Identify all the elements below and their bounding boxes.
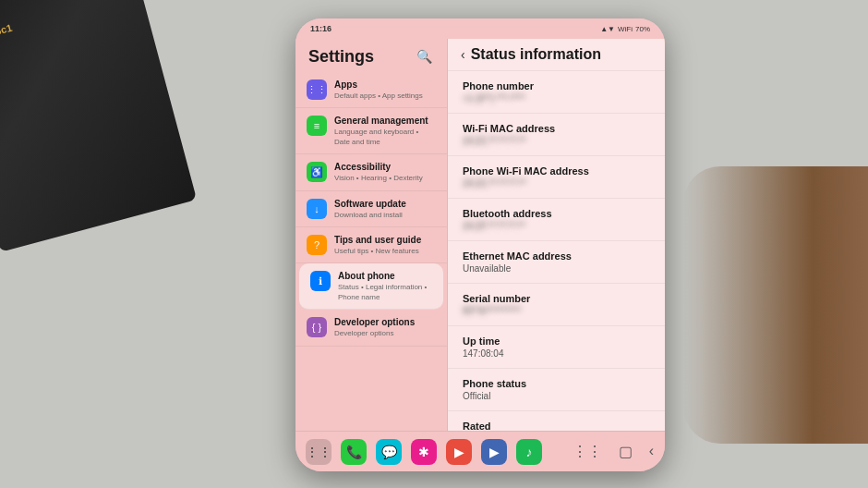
phone-dock: ⋮⋮📞💬✱▶▶♪ ⋮⋮ ▢ ‹ bbox=[295, 431, 665, 471]
info-item-value: 24:2F:**:**:**:** bbox=[463, 221, 650, 231]
nav-back-icon[interactable]: ‹ bbox=[649, 443, 654, 460]
info-item-rated: RatedDC 9 V; 2.77 A bbox=[448, 411, 665, 431]
settings-item-icon: ♿ bbox=[307, 162, 327, 182]
info-item-value: RF*N********** bbox=[463, 306, 650, 316]
settings-item-title: Tips and user guide bbox=[334, 234, 436, 246]
settings-list: ⋮⋮AppsDefault apps • App settings≡Genera… bbox=[295, 72, 447, 347]
dock-app-bixby[interactable]: ✱ bbox=[411, 439, 437, 465]
settings-item-title: Developer options bbox=[334, 316, 436, 328]
status-info-panel: ‹ Status information Phone number+1 (6**… bbox=[448, 39, 665, 431]
settings-item-icon: ℹ bbox=[310, 271, 331, 291]
dock-app-spotify[interactable]: ♪ bbox=[516, 439, 542, 465]
info-item-label: Rated bbox=[463, 421, 650, 431]
settings-item-subtitle: Download and install bbox=[334, 211, 436, 220]
settings-item-icon: ≡ bbox=[307, 116, 327, 136]
info-item-value: 24:2C:**:**:**:** bbox=[463, 136, 650, 146]
info-item-value: +1 (6**) ***-**** bbox=[463, 93, 650, 104]
nav-buttons: ⋮⋮ ▢ ‹ bbox=[573, 443, 657, 460]
info-item-phone-wi-fi-mac-address: Phone Wi-Fi MAC address24:2C:**:**:**:** bbox=[448, 156, 665, 199]
settings-item-developer-options[interactable]: { }Developer optionsDeveloper options bbox=[295, 310, 447, 346]
phone-device: 11:16 ▲▼ WiFi 70% Settings 🔍 ⋮⋮AppsDefau… bbox=[295, 18, 665, 471]
settings-title: Settings bbox=[308, 47, 374, 67]
nav-home-icon[interactable]: ▢ bbox=[619, 443, 633, 460]
status-bar: 11:16 ▲▼ WiFi 70% bbox=[295, 18, 665, 39]
info-item-value: Official bbox=[463, 391, 650, 401]
info-item-value: 24:2C:**:**:**:** bbox=[463, 178, 650, 189]
status-time: 11:16 bbox=[310, 24, 332, 33]
info-item-bluetooth-address: Bluetooth address24:2F:**:**:**:** bbox=[448, 199, 665, 241]
back-button[interactable]: ‹ bbox=[461, 47, 465, 62]
info-item-serial-number: Serial numberRF*N********** bbox=[448, 284, 665, 326]
settings-item-subtitle: Useful tips • New features bbox=[334, 247, 436, 256]
settings-item-tips-and-user-guide[interactable]: ?Tips and user guideUseful tips • New fe… bbox=[295, 227, 447, 263]
info-item-value: Unavailable bbox=[463, 263, 650, 274]
status-info-header: ‹ Status information bbox=[448, 39, 665, 71]
search-icon[interactable]: 🔍 bbox=[414, 46, 434, 67]
battery-icon: 70% bbox=[635, 25, 650, 33]
phone-content: Settings 🔍 ⋮⋮AppsDefault apps • App sett… bbox=[295, 39, 665, 431]
info-item-label: Up time bbox=[463, 336, 650, 347]
info-item-label: Phone status bbox=[463, 378, 650, 389]
info-item-value: 147:08:04 bbox=[463, 348, 650, 359]
signal-icon: ▲▼ bbox=[600, 25, 615, 33]
info-item-phone-status: Phone statusOfficial bbox=[448, 369, 665, 411]
settings-item-text: Tips and user guideUseful tips • New fea… bbox=[334, 234, 436, 256]
settings-item-title: Accessibility bbox=[334, 161, 436, 173]
settings-item-apps[interactable]: ⋮⋮AppsDefault apps • App settings bbox=[295, 72, 447, 108]
info-item-phone-number: Phone number+1 (6**) ***-**** bbox=[448, 71, 665, 114]
dock-app-youtube[interactable]: ▶ bbox=[446, 439, 472, 465]
wifi-icon: WiFi bbox=[618, 25, 633, 33]
info-item-label: Phone Wi-Fi MAC address bbox=[463, 165, 650, 177]
settings-item-text: About phoneStatus • Legal information • … bbox=[338, 270, 432, 302]
info-item-label: Phone number bbox=[463, 80, 650, 92]
settings-panel: Settings 🔍 ⋮⋮AppsDefault apps • App sett… bbox=[295, 39, 448, 431]
settings-item-title: General management bbox=[334, 115, 436, 127]
status-info-title: Status information bbox=[471, 46, 601, 63]
settings-item-subtitle: Default apps • App settings bbox=[334, 92, 436, 101]
info-item-wi-fi-mac-address: Wi-Fi MAC address24:2C:**:**:**:** bbox=[448, 114, 665, 156]
settings-item-software-update[interactable]: ↓Software updateDownload and install bbox=[295, 191, 447, 227]
settings-item-text: AppsDefault apps • App settings bbox=[334, 79, 436, 101]
settings-item-icon: ⋮⋮ bbox=[307, 79, 327, 100]
dock-app-app-grid[interactable]: ⋮⋮ bbox=[306, 439, 332, 465]
info-item-label: Ethernet MAC address bbox=[463, 250, 650, 262]
nav-grid-icon[interactable]: ⋮⋮ bbox=[573, 443, 602, 460]
settings-item-icon: ↓ bbox=[307, 199, 327, 219]
settings-item-title: Software update bbox=[334, 198, 436, 210]
settings-item-text: Software updateDownload and install bbox=[334, 198, 436, 220]
status-icons: ▲▼ WiFi 70% bbox=[600, 25, 650, 33]
info-item-label: Bluetooth address bbox=[463, 208, 650, 219]
settings-item-accessibility[interactable]: ♿AccessibilityVision • Hearing • Dexteri… bbox=[295, 154, 447, 190]
settings-item-text: AccessibilityVision • Hearing • Dexterit… bbox=[334, 161, 436, 183]
settings-item-title: About phone bbox=[338, 270, 432, 282]
dock-app-phone[interactable]: 📞 bbox=[341, 439, 367, 465]
settings-item-subtitle: Developer options bbox=[334, 329, 436, 338]
settings-item-subtitle: Vision • Hearing • Dexterity bbox=[334, 174, 436, 183]
settings-item-text: Developer optionsDeveloper options bbox=[334, 316, 436, 338]
dock-apps: ⋮⋮📞💬✱▶▶♪ bbox=[303, 439, 545, 465]
settings-item-text: General managementLanguage and keyboard … bbox=[334, 115, 436, 147]
settings-header: Settings 🔍 bbox=[295, 39, 447, 72]
settings-item-general-management[interactable]: ≡General managementLanguage and keyboard… bbox=[295, 108, 447, 154]
status-info-list: Phone number+1 (6**) ***-****Wi-Fi MAC a… bbox=[448, 71, 665, 431]
info-item-ethernet-mac-address: Ethernet MAC addressUnavailable bbox=[448, 241, 665, 284]
info-item-label: Serial number bbox=[463, 293, 650, 304]
settings-item-about-phone[interactable]: ℹAbout phoneStatus • Legal information •… bbox=[299, 263, 443, 310]
settings-item-subtitle: Language and keyboard • Date and time bbox=[334, 128, 436, 147]
hand-overlay bbox=[683, 166, 868, 444]
settings-item-title: Apps bbox=[334, 79, 436, 91]
info-item-up-time: Up time147:08:04 bbox=[448, 326, 665, 369]
dock-app-video[interactable]: ▶ bbox=[481, 439, 507, 465]
settings-item-icon: ? bbox=[307, 235, 327, 255]
settings-item-subtitle: Status • Legal information • Phone name bbox=[338, 283, 432, 302]
info-item-label: Wi-Fi MAC address bbox=[463, 123, 650, 134]
dock-app-messages[interactable]: 💬 bbox=[376, 439, 402, 465]
settings-item-icon: { } bbox=[307, 317, 327, 337]
